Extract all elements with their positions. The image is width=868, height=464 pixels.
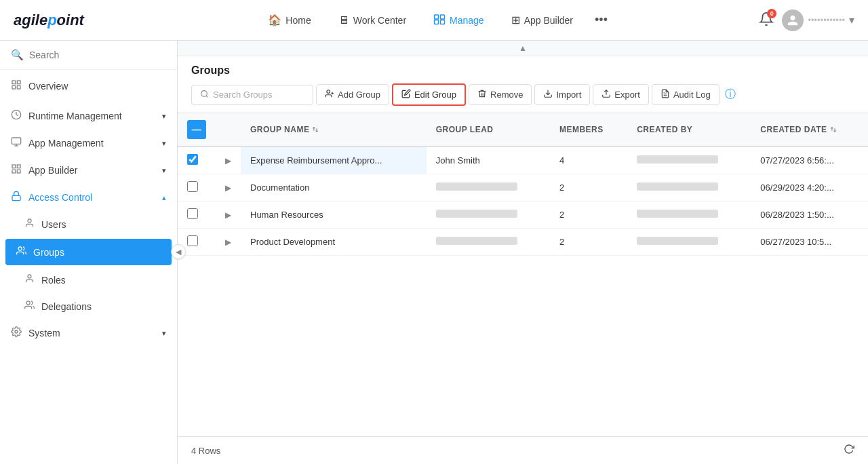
info-icon[interactable]: ⓘ xyxy=(725,88,736,102)
notification-bell[interactable]: 0 xyxy=(759,12,774,29)
group-lead-value-0: John Smith xyxy=(436,155,480,166)
header-checkbox-cell[interactable]: — xyxy=(178,113,216,147)
table-row: ▶ Expense Reimbursement Appro... John Sm… xyxy=(178,147,868,174)
remove-icon xyxy=(477,89,487,100)
select-all-checkbox[interactable]: — xyxy=(187,120,206,139)
group-name-header: GROUP NAME xyxy=(250,125,309,134)
access-control-expand-icon: ▴ xyxy=(162,193,166,202)
groups-table: — GROUP NAME GROUP LEAD xyxy=(178,113,868,436)
nav-home[interactable]: 🏠 Home xyxy=(257,8,321,32)
edit-group-button[interactable]: Edit Group xyxy=(392,83,466,106)
users-icon xyxy=(24,218,35,231)
refresh-button[interactable] xyxy=(844,444,854,457)
sidebar-item-label-access-control: Access Control xyxy=(28,192,92,203)
search-input[interactable] xyxy=(29,50,166,60)
import-icon xyxy=(543,89,553,100)
search-toolbar-icon xyxy=(200,90,209,100)
row-checkbox-cell-2[interactable] xyxy=(178,201,216,229)
export-label: Export xyxy=(614,90,640,100)
col-group-lead: GROUP LEAD xyxy=(427,113,550,147)
nav-appbuilder[interactable]: ⊞ App Builder xyxy=(500,8,584,32)
sidebar-item-system[interactable]: System ▾ xyxy=(0,320,177,347)
created-date-sort: CREATED DATE xyxy=(760,125,836,134)
overview-icon xyxy=(11,79,22,93)
row-members-2: 2 xyxy=(550,201,627,229)
row-members-1: 2 xyxy=(550,174,627,201)
svg-point-22 xyxy=(201,90,208,96)
search-icon: 🔍 xyxy=(11,49,24,61)
expand-icon-0[interactable]: ▶ xyxy=(225,156,231,166)
row-expand-3[interactable]: ▶ xyxy=(216,229,241,256)
created-by-blurred-3 xyxy=(637,237,718,245)
sidebar-item-label-appbuilder: App Builder xyxy=(28,165,77,176)
svg-rect-3 xyxy=(441,20,445,24)
row-created-date-1: 06/29/2023 4:20:... xyxy=(751,174,868,201)
export-button[interactable]: Export xyxy=(593,84,649,105)
created-by-blurred-1 xyxy=(637,182,718,191)
group-lead-header: GROUP LEAD xyxy=(436,125,494,134)
row-checkbox-cell-0[interactable] xyxy=(178,147,216,174)
row-expand-1[interactable]: ▶ xyxy=(216,174,241,201)
sidebar-item-appbuilder[interactable]: App Builder ▾ xyxy=(0,157,177,184)
nav-more[interactable]: ••• xyxy=(589,10,613,30)
svg-rect-13 xyxy=(17,165,20,168)
row-checkbox-3[interactable] xyxy=(187,235,198,246)
svg-point-21 xyxy=(15,330,18,333)
sidebar-item-label-runtime: Runtime Management xyxy=(28,111,122,121)
sidebar-item-users[interactable]: Users xyxy=(0,211,177,237)
rows-count: 4 Rows xyxy=(191,446,220,456)
sidebar-item-delegations[interactable]: Delegations xyxy=(0,293,177,320)
row-checkbox-2[interactable] xyxy=(187,208,198,219)
audit-log-label: Audit Log xyxy=(673,90,711,100)
manage-icon xyxy=(433,13,446,28)
created-date-header: CREATED DATE xyxy=(760,125,827,134)
row-checkbox-1[interactable] xyxy=(187,181,198,192)
row-checkbox-0[interactable] xyxy=(187,154,198,165)
sidebar-item-label-system: System xyxy=(28,328,60,339)
sidebar-collapse-button[interactable]: ◀ xyxy=(171,244,186,259)
row-created-by-1 xyxy=(627,174,751,201)
expand-icon-2[interactable]: ▶ xyxy=(225,210,231,220)
search-groups-input[interactable]: Search Groups xyxy=(191,85,313,105)
sidebar-item-runtime[interactable]: Runtime Management ▾ xyxy=(0,102,177,130)
expand-icon-1[interactable]: ▶ xyxy=(225,183,231,193)
col-group-name[interactable]: GROUP NAME xyxy=(241,113,427,147)
runtime-expand-icon: ▾ xyxy=(162,112,166,121)
nav-workcenter[interactable]: 🖥 Work Center xyxy=(328,9,417,32)
add-group-button[interactable]: Add Group xyxy=(316,84,389,105)
sidebar-item-overview[interactable]: Overview xyxy=(0,73,177,100)
table-header-row: — GROUP NAME GROUP LEAD xyxy=(178,113,868,147)
expand-icon-3[interactable]: ▶ xyxy=(225,237,231,247)
appbuilder-icon: ⊞ xyxy=(511,14,520,26)
created-by-header: CREATED BY xyxy=(637,125,692,134)
add-group-icon xyxy=(325,89,334,100)
sidebar-item-appmgmt[interactable]: App Management ▾ xyxy=(0,130,177,157)
audit-log-button[interactable]: Audit Log xyxy=(652,84,719,105)
col-created-by: CREATED BY xyxy=(627,113,751,147)
nav-manage[interactable]: Manage xyxy=(422,7,495,33)
delegations-icon xyxy=(24,300,35,313)
collapse-icon: ◀ xyxy=(176,248,181,256)
remove-button[interactable]: Remove xyxy=(469,84,532,105)
row-expand-2[interactable]: ▶ xyxy=(216,201,241,229)
svg-rect-6 xyxy=(12,85,16,89)
export-icon xyxy=(601,89,611,100)
sidebar-item-groups[interactable]: Groups xyxy=(5,239,172,265)
expand-header xyxy=(216,113,241,147)
row-expand-0[interactable]: ▶ xyxy=(216,147,241,174)
sidebar-item-roles[interactable]: Roles xyxy=(0,267,177,293)
user-avatar-area[interactable]: •••••••••••• ▾ xyxy=(782,9,854,31)
row-group-name-1: Documentation xyxy=(241,174,427,201)
remove-label: Remove xyxy=(490,90,523,100)
groups-data-table: — GROUP NAME GROUP LEAD xyxy=(178,113,868,256)
sidebar-item-access-control[interactable]: Access Control ▴ xyxy=(0,184,177,211)
sidebar-item-label-roles: Roles xyxy=(41,275,66,286)
logo[interactable]: agilepoint xyxy=(14,12,84,29)
col-created-date[interactable]: CREATED DATE xyxy=(751,113,868,147)
row-checkbox-cell-1[interactable] xyxy=(178,174,216,201)
import-button[interactable]: Import xyxy=(534,84,590,105)
import-label: Import xyxy=(556,90,581,100)
svg-point-18 xyxy=(18,247,22,250)
top-chevron[interactable]: ▲ xyxy=(178,41,868,56)
sidebar-search[interactable]: 🔍 xyxy=(0,41,177,70)
